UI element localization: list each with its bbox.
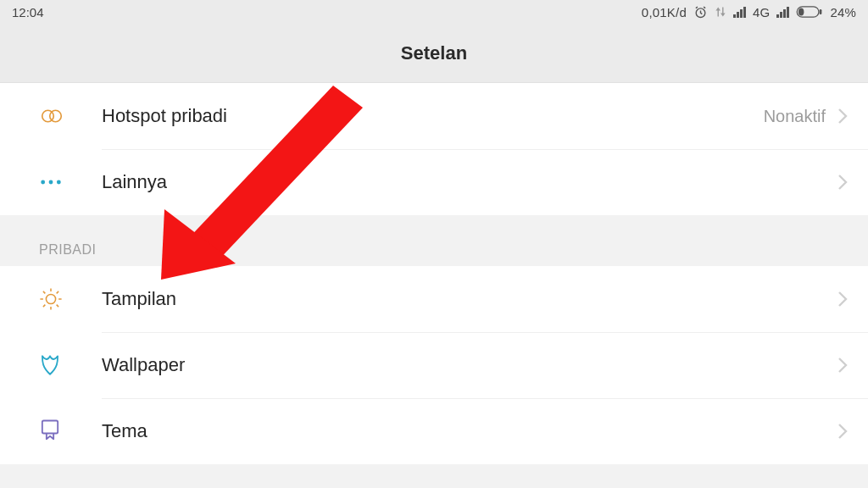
row-hotspot[interactable]: Hotspot pribadi Nonaktif — [0, 83, 868, 149]
alarm-icon — [693, 5, 708, 19]
chevron-right-icon — [837, 423, 848, 440]
sync-icon — [715, 5, 726, 19]
signal-bars-2-icon — [776, 6, 789, 18]
battery-icon — [796, 6, 823, 18]
network-label: 4G — [753, 5, 770, 19]
hotspot-icon — [39, 103, 102, 129]
more-icon — [39, 178, 102, 186]
status-time: 12:04 — [12, 5, 44, 19]
wallpaper-icon — [39, 353, 102, 377]
section-header-pribadi: PRIBADI — [0, 215, 868, 266]
row-label: Tema — [102, 420, 837, 442]
svg-rect-2 — [820, 9, 822, 14]
signal-bars-1-icon — [733, 6, 746, 18]
settings-group-pribadi: Tampilan Wallpaper Tema — [0, 266, 868, 464]
svg-point-6 — [41, 180, 45, 185]
row-value: Nonaktif — [764, 107, 826, 126]
svg-rect-10 — [42, 421, 58, 434]
status-right: 0,01K/d 4G 24% — [642, 5, 856, 19]
row-theme[interactable]: Tema — [0, 398, 868, 464]
chevron-right-icon — [837, 174, 848, 191]
data-rate: 0,01K/d — [642, 5, 687, 19]
row-more[interactable]: Lainnya — [0, 149, 868, 215]
section-title: PRIBADI — [39, 242, 97, 258]
row-label: Wallpaper — [102, 354, 837, 376]
row-display[interactable]: Tampilan — [0, 266, 868, 332]
battery-percent: 24% — [830, 5, 856, 19]
svg-point-8 — [57, 180, 61, 185]
page-title: Setelan — [401, 42, 467, 64]
row-label: Tampilan — [102, 288, 837, 310]
row-label: Hotspot pribadi — [102, 105, 764, 127]
row-label: Lainnya — [102, 171, 837, 193]
svg-point-7 — [49, 180, 53, 185]
status-bar: 12:04 0,01K/d 4G 24% — [0, 0, 868, 24]
chevron-right-icon — [837, 108, 848, 125]
settings-group-network: Hotspot pribadi Nonaktif Lainnya — [0, 83, 868, 215]
theme-icon — [39, 419, 102, 444]
svg-point-5 — [50, 110, 62, 122]
svg-rect-3 — [798, 8, 804, 15]
row-wallpaper[interactable]: Wallpaper — [0, 332, 868, 398]
svg-point-9 — [46, 294, 55, 303]
chevron-right-icon — [837, 291, 848, 308]
display-icon — [39, 287, 102, 311]
chevron-right-icon — [837, 357, 848, 374]
app-header: Setelan — [0, 24, 868, 83]
